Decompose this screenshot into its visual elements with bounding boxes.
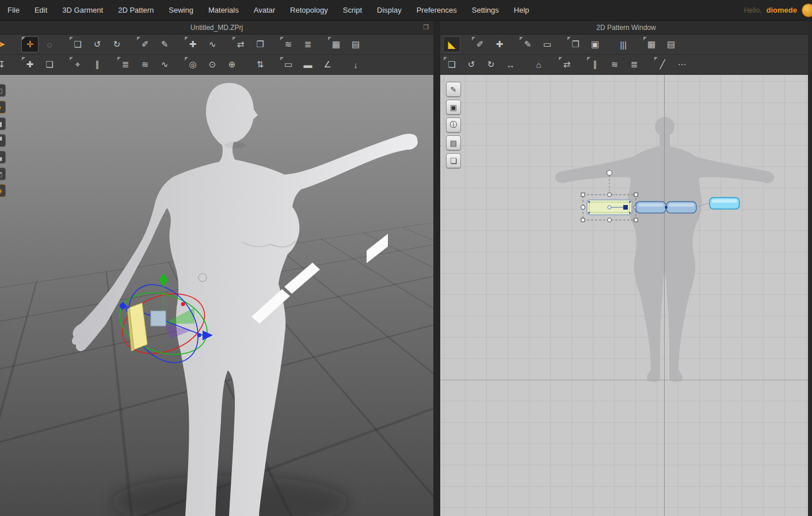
button-tool[interactable]: ◎ (184, 56, 201, 73)
dock-tool-1[interactable]: ◧ (0, 84, 6, 97)
quad-mesh-edit-tool[interactable]: ▤ (347, 36, 364, 52)
pin-create-tool[interactable]: ✚ (21, 56, 39, 73)
menu-edit[interactable]: Edit (27, 0, 55, 20)
show-grid-tool[interactable]: ▦ (643, 36, 660, 52)
scale-2d-tool[interactable]: ↔ (502, 56, 519, 73)
panel-divider[interactable] (433, 21, 440, 516)
measure-tape-tool[interactable]: ▭ (280, 56, 297, 73)
rotate-cw-2d-tool[interactable]: ↻ (482, 56, 500, 73)
pattern-piece-2d-blue-1[interactable] (636, 202, 666, 213)
fabric-view-icon[interactable]: ▤ (446, 135, 461, 150)
edit-pattern-tool[interactable]: ✐ (136, 36, 154, 52)
segment-sewing-2d-tool[interactable]: ≋ (606, 56, 623, 73)
pattern-piece-2d-selected[interactable] (587, 200, 632, 215)
move-piece-2d-tool[interactable]: ❏ (443, 56, 460, 73)
user-avatar-icon[interactable] (802, 3, 812, 17)
pattern-info-icon[interactable]: ⓘ (446, 117, 461, 132)
grid-settings-tool[interactable]: ▤ (662, 36, 680, 52)
tack-tool[interactable]: ⌖ (69, 56, 86, 73)
selected-piece-3d[interactable] (127, 303, 147, 351)
pattern-outline-tool[interactable]: ▣ (586, 36, 604, 52)
menu-settings[interactable]: Settings (464, 0, 506, 20)
internal-point[interactable] (608, 206, 611, 209)
pattern-piece-2d-cyan[interactable] (710, 198, 739, 209)
dock-tool-5[interactable]: ▚ (0, 151, 6, 164)
rotate-ccw-2d-tool[interactable]: ↺ (463, 56, 480, 73)
select-box-tool[interactable]: ◌ (41, 36, 58, 52)
tool-glyph: ↧ (0, 59, 5, 70)
buttonhole-tool[interactable]: ⊙ (204, 56, 221, 73)
username-label[interactable]: diomede (767, 6, 797, 14)
menu-3d-garment[interactable]: 3D Garment (55, 0, 110, 20)
pattern-piece-2d-blue-2[interactable] (666, 202, 696, 213)
edit-curvature-tool[interactable]: ✎ (156, 36, 173, 52)
panel-tab-3d[interactable]: Untitled_MD.ZPrj ❐ (0, 21, 433, 35)
edit-curve-tool[interactable]: ∿ (204, 36, 221, 52)
edit-pattern-2d-tool[interactable]: ✐ (471, 36, 489, 52)
quad-mesh-tool[interactable]: ▦ (327, 36, 345, 52)
dock-tool-6[interactable]: ◩ (0, 168, 6, 180)
undock-icon[interactable]: ❐ (423, 22, 429, 32)
viewport-2d[interactable]: ✎ ▣ ⓘ ▤ ❏ (440, 75, 812, 516)
add-point-tool[interactable]: ✚ (184, 36, 201, 52)
gizmo-center-cube[interactable] (151, 311, 166, 326)
simulate-button[interactable]: ➤ (0, 36, 10, 52)
menu-avatar[interactable]: Avatar (246, 0, 283, 20)
measure-edit-tool[interactable]: ▬ (299, 56, 317, 73)
free-sewing-2d-tool[interactable]: ≣ (626, 56, 643, 73)
create-polygon-tool[interactable]: ✎ (519, 36, 536, 52)
measure-2d-icon[interactable]: ✎ (446, 82, 461, 97)
garment-info-icon[interactable]: ▣ (446, 100, 461, 115)
create-rectangle-tool[interactable]: ▭ (539, 36, 556, 52)
menu-2d-pattern[interactable]: 2D Pattern (110, 0, 161, 20)
topstitch-edit-tool[interactable]: ≋ (136, 56, 154, 73)
pin-box-tool[interactable]: ❏ (41, 56, 58, 73)
viewport-3d[interactable]: ◧ ● ◨ ▞ ▚ ◩ (0, 75, 433, 516)
select-move-tool[interactable]: ✛ (21, 36, 39, 52)
dock-tool-2[interactable]: ● (0, 101, 6, 113)
seam-line-tool[interactable]: ╱ (654, 56, 671, 73)
stack-fold-tool[interactable]: ≋ (280, 36, 297, 52)
stack-order-tool[interactable]: ≣ (299, 36, 317, 52)
edit-texture-tool[interactable]: ❐ (567, 36, 584, 52)
iron-press-tool[interactable]: ⌂ (530, 56, 547, 73)
topstitch-tool[interactable]: ≣ (117, 56, 134, 73)
rotation-handle[interactable] (607, 170, 612, 176)
menu-sewing[interactable]: Sewing (161, 0, 201, 20)
dock-tool-3[interactable]: ◨ (0, 117, 6, 130)
grading-tool[interactable]: ||| (615, 36, 632, 52)
gizmo-pivot-handle[interactable] (199, 274, 207, 282)
pin-tool[interactable]: ↧ (0, 56, 10, 73)
menu-script[interactable]: Script (336, 0, 369, 20)
dock-tool-4[interactable]: ▞ (0, 134, 6, 147)
shirring-tool[interactable]: ∿ (156, 56, 173, 73)
avatar-silhouette-icon[interactable]: ❏ (446, 153, 461, 168)
unfold-tool[interactable]: ⇄ (232, 36, 249, 52)
add-point-2d-tool[interactable]: ✚ (491, 36, 508, 52)
menu-retopology[interactable]: Retopology (283, 0, 336, 20)
menu-help[interactable]: Help (506, 0, 537, 20)
sewing-3d-tool[interactable]: ∥ (89, 56, 106, 73)
zipper-tool[interactable]: ⇅ (251, 56, 269, 73)
rotate-cw-tool[interactable]: ↻ (108, 36, 125, 52)
pipette-tool[interactable]: ↓ (347, 56, 364, 73)
menu-file[interactable]: File (0, 0, 27, 20)
panel-tab-2d[interactable]: 2D Pattern Window (440, 21, 812, 35)
transform-pattern-tool[interactable]: ◣ (443, 36, 460, 52)
menu-materials[interactable]: Materials (201, 0, 246, 20)
tool-glyph: ❐ (571, 39, 579, 50)
flip-fold-tool[interactable]: ⇄ (558, 56, 575, 73)
menu-display[interactable]: Display (369, 0, 409, 20)
symmetric-paste-tool[interactable]: ❐ (251, 36, 269, 52)
pattern-piece-3d-small[interactable] (367, 234, 388, 263)
move-pattern-tool[interactable]: ❏ (69, 36, 86, 52)
dock-tool-7[interactable]: ◉ (0, 184, 6, 197)
rotate-ccw-tool[interactable]: ↺ (89, 36, 106, 52)
avatar-3d[interactable] (72, 83, 418, 516)
measure-angle-tool[interactable]: ∠ (319, 56, 336, 73)
sewing-edit-2d-tool[interactable]: ∥ (586, 56, 604, 73)
menu-preferences[interactable]: Preferences (409, 0, 464, 20)
basting-dash-tool[interactable]: ⋯ (673, 56, 691, 73)
attach-button-tool[interactable]: ⊕ (223, 56, 241, 73)
internal-anchor[interactable] (623, 205, 628, 210)
